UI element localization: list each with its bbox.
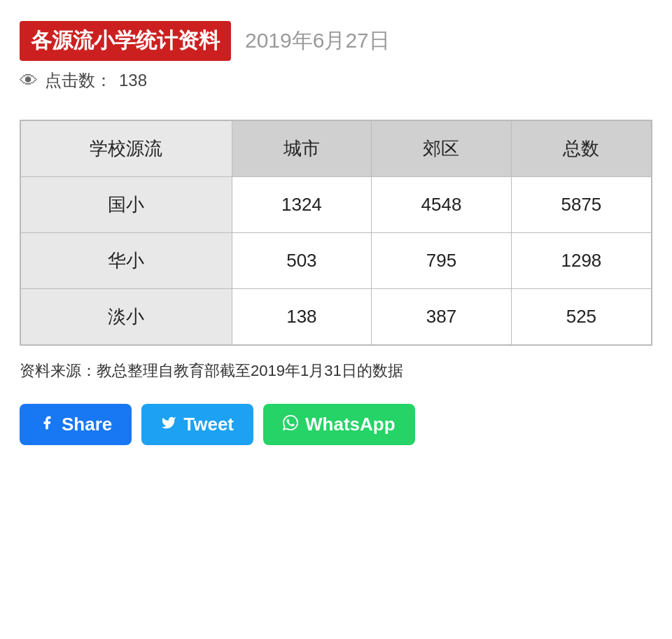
- row-1-name: 华小: [20, 233, 232, 289]
- twitter-label: Tweet: [183, 414, 234, 435]
- row-1-suburb: 795: [372, 233, 512, 289]
- header-row: 各源流小学统计资料 2019年6月27日: [20, 21, 652, 61]
- twitter-share-button[interactable]: Tweet: [141, 404, 253, 445]
- date-text: 2019年6月27日: [245, 27, 390, 55]
- title-badge: 各源流小学统计资料: [20, 21, 231, 61]
- col-header-city: 城市: [232, 120, 372, 177]
- row-2-city: 138: [232, 289, 372, 346]
- row-0-suburb: 4548: [372, 177, 512, 233]
- facebook-icon: [39, 415, 55, 435]
- col-header-suburb: 郊区: [372, 120, 512, 177]
- whatsapp-share-button[interactable]: WhatsApp: [263, 404, 415, 445]
- row-0-name: 国小: [20, 177, 232, 233]
- table-row: 国小 1324 4548 5875: [20, 177, 652, 233]
- table-row: 淡小 138 387 525: [20, 289, 652, 346]
- stats-table: 学校源流 城市 郊区 总数 国小 1324 4548 5875 华小 503 7…: [20, 120, 652, 346]
- row-1-total: 1298: [511, 233, 652, 289]
- row-0-city: 1324: [232, 177, 372, 233]
- table-header-row: 学校源流 城市 郊区 总数: [20, 120, 652, 177]
- row-2-suburb: 387: [372, 289, 512, 346]
- col-header-school: 学校源流: [20, 120, 232, 177]
- facebook-label: Share: [62, 414, 112, 435]
- row-2-total: 525: [511, 289, 652, 346]
- facebook-share-button[interactable]: Share: [20, 404, 132, 445]
- whatsapp-icon: [283, 415, 298, 435]
- row-1-city: 503: [232, 233, 372, 289]
- view-count-row: 👁 点击数：138: [20, 69, 652, 92]
- view-label: 点击数：: [45, 69, 112, 92]
- row-0-total: 5875: [511, 177, 652, 233]
- col-header-total: 总数: [511, 120, 652, 177]
- twitter-icon: [161, 415, 176, 435]
- row-2-name: 淡小: [20, 289, 232, 346]
- eye-icon: 👁: [20, 70, 38, 92]
- source-text: 资料来源：教总整理自教育部截至2019年1月31日的数据: [20, 358, 652, 383]
- view-count: 138: [119, 71, 147, 90]
- share-buttons-row: Share Tweet WhatsApp: [20, 404, 652, 445]
- whatsapp-label: WhatsApp: [305, 414, 396, 435]
- table-row: 华小 503 795 1298: [20, 233, 652, 289]
